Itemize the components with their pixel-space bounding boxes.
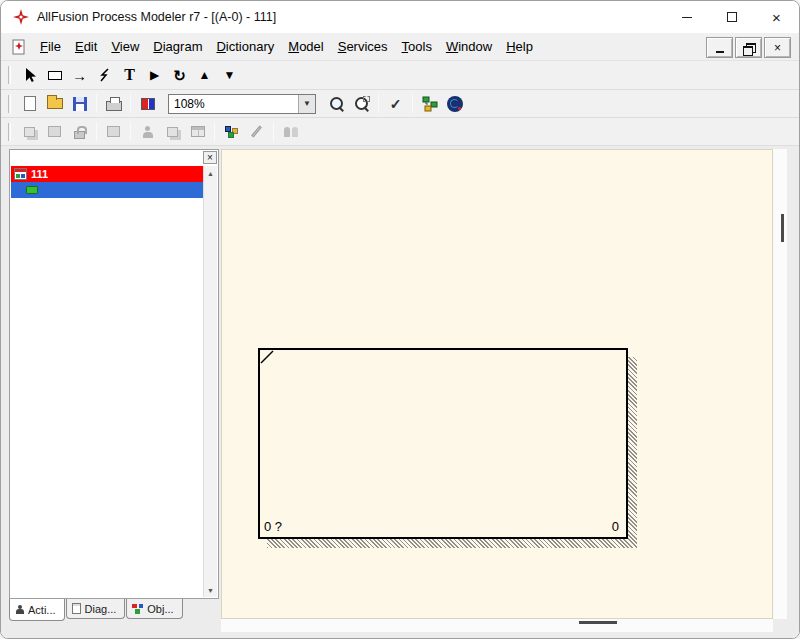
maximize-button[interactable] bbox=[709, 1, 754, 33]
model-explorer-panel: × 111 ▲ ▼ bbox=[9, 149, 219, 599]
toolbar-separator bbox=[130, 94, 131, 113]
menu-help[interactable]: Help bbox=[499, 35, 540, 58]
minimize-button[interactable] bbox=[664, 1, 709, 33]
menu-window[interactable]: Window bbox=[439, 35, 499, 58]
toolbar-gripper[interactable] bbox=[8, 123, 11, 141]
stamp-icon bbox=[107, 126, 120, 137]
toolbar-gripper[interactable] bbox=[8, 66, 11, 84]
squiggle-tool-button[interactable] bbox=[92, 63, 117, 87]
magnifier-icon bbox=[329, 96, 345, 112]
toolbar-gripper[interactable] bbox=[8, 95, 11, 113]
mdi-restore-button[interactable] bbox=[735, 37, 762, 58]
stamp-button bbox=[101, 120, 126, 144]
refresh-diagram-button[interactable]: ↻ bbox=[167, 63, 192, 87]
zoom-area-button[interactable] bbox=[349, 92, 374, 116]
pencil-icon bbox=[251, 126, 262, 138]
tab-label: Diag... bbox=[85, 603, 117, 615]
activity-box-shadow-bottom bbox=[267, 539, 637, 548]
menu-services[interactable]: Services bbox=[331, 35, 395, 58]
go-next-diagram-button[interactable]: ▶ bbox=[142, 63, 167, 87]
printer-icon bbox=[106, 101, 122, 111]
scroll-down-button[interactable]: ▼ bbox=[204, 583, 217, 597]
mdi-window-controls: × bbox=[706, 37, 791, 58]
edit-properties-button bbox=[244, 120, 269, 144]
standard-toolbar: ▼ ✓ bbox=[1, 90, 799, 118]
mdi-close-icon: × bbox=[774, 41, 781, 55]
menu-diagram[interactable]: Diagram bbox=[146, 35, 209, 58]
zoom-combo-input[interactable] bbox=[168, 94, 316, 114]
spell-check-button[interactable]: ✓ bbox=[383, 92, 408, 116]
menu-dictionary[interactable]: Dictionary bbox=[209, 35, 281, 58]
tab-label: Obj... bbox=[147, 603, 173, 615]
child-document-icon bbox=[11, 39, 27, 55]
new-file-button[interactable] bbox=[17, 92, 42, 116]
horizontal-scrollbar-thumb[interactable] bbox=[579, 621, 617, 624]
go-to-parent-diagram-button[interactable]: ▲ bbox=[192, 63, 217, 87]
tab-diagrams[interactable]: Diag... bbox=[66, 599, 126, 619]
toolbar-separator bbox=[96, 94, 97, 113]
tree-row-activity[interactable] bbox=[11, 182, 203, 198]
text-tool-button[interactable]: T bbox=[117, 63, 142, 87]
close-button[interactable]: × bbox=[754, 1, 799, 33]
object-swatch-button[interactable] bbox=[219, 120, 244, 144]
scroll-up-button[interactable]: ▲ bbox=[204, 166, 217, 180]
zoom-combobox: ▼ bbox=[168, 94, 316, 114]
canvas-horizontal-scrollbar[interactable] bbox=[221, 619, 773, 632]
pointer-tool-button[interactable] bbox=[17, 63, 42, 87]
lock-button bbox=[67, 120, 92, 144]
grid-view-button bbox=[185, 120, 210, 144]
model-explorer-toggle-button[interactable] bbox=[417, 92, 442, 116]
mdi-minimize-button[interactable] bbox=[706, 37, 733, 58]
group-button bbox=[278, 120, 303, 144]
toolbar-separator bbox=[378, 94, 379, 113]
canvas-vertical-scrollbar[interactable] bbox=[773, 149, 787, 619]
text-tool-icon: T bbox=[124, 66, 135, 84]
open-folder-icon bbox=[47, 98, 63, 109]
activity-box[interactable]: 0 ? 0 bbox=[258, 348, 628, 539]
arrow-tool-button[interactable]: → bbox=[67, 63, 92, 87]
menu-edit[interactable]: Edit bbox=[68, 35, 104, 58]
app-window: AllFusion Process Modeler r7 - [(A-0) - … bbox=[0, 0, 800, 639]
toolbar-separator bbox=[273, 122, 274, 141]
explorer-vertical-scrollbar[interactable]: ▲ ▼ bbox=[203, 166, 217, 597]
tree-row-model[interactable]: 111 bbox=[11, 166, 203, 182]
save-button[interactable] bbox=[67, 92, 92, 116]
lock-icon bbox=[74, 131, 85, 139]
color-palette-button[interactable] bbox=[135, 92, 160, 116]
mdi-close-button[interactable]: × bbox=[764, 37, 791, 58]
pages-icon bbox=[167, 127, 178, 137]
activity-box-shadow-right bbox=[628, 357, 637, 548]
down-triangle-icon: ▼ bbox=[224, 69, 236, 81]
services-button[interactable] bbox=[442, 92, 467, 116]
titlebar: AllFusion Process Modeler r7 - [(A-0) - … bbox=[1, 1, 799, 33]
tree-hierarchy-icon bbox=[422, 96, 438, 112]
go-to-child-diagram-button[interactable]: ▼ bbox=[217, 63, 242, 87]
zoom-combo-dropdown-button[interactable]: ▼ bbox=[298, 95, 315, 113]
model-tree: 111 bbox=[11, 166, 203, 597]
window-title: AllFusion Process Modeler r7 - [(A-0) - … bbox=[37, 10, 276, 24]
window-controls: × bbox=[664, 1, 799, 33]
vertical-scrollbar-thumb[interactable] bbox=[781, 214, 784, 242]
menu-view[interactable]: View bbox=[104, 35, 146, 58]
tab-activities[interactable]: Acti... bbox=[9, 599, 65, 621]
zoom-in-button[interactable] bbox=[324, 92, 349, 116]
menu-file[interactable]: File bbox=[33, 35, 68, 58]
print-button[interactable] bbox=[101, 92, 126, 116]
pane-close-button[interactable]: × bbox=[203, 151, 217, 164]
open-file-button[interactable] bbox=[42, 92, 67, 116]
menu-model[interactable]: Model bbox=[281, 35, 330, 58]
globe-icon bbox=[447, 96, 463, 112]
tab-label: Acti... bbox=[28, 604, 56, 616]
rotate-icon: ↻ bbox=[173, 68, 186, 83]
drawing-toolbar: → T ▶ ↻ ▲ ▼ bbox=[1, 61, 799, 90]
mdi-minimize-icon bbox=[716, 51, 724, 53]
activity-box-tool-button[interactable] bbox=[42, 63, 67, 87]
tab-objects[interactable]: Obj... bbox=[126, 599, 182, 619]
activity-node-number-left: 0 ? bbox=[264, 519, 282, 534]
report-button bbox=[135, 120, 160, 144]
diagram-canvas[interactable]: 0 ? 0 bbox=[221, 149, 773, 619]
person-icon bbox=[142, 126, 154, 138]
dictionary-editor-button bbox=[160, 120, 185, 144]
activity-icon bbox=[26, 186, 38, 194]
menu-tools[interactable]: Tools bbox=[395, 35, 439, 58]
